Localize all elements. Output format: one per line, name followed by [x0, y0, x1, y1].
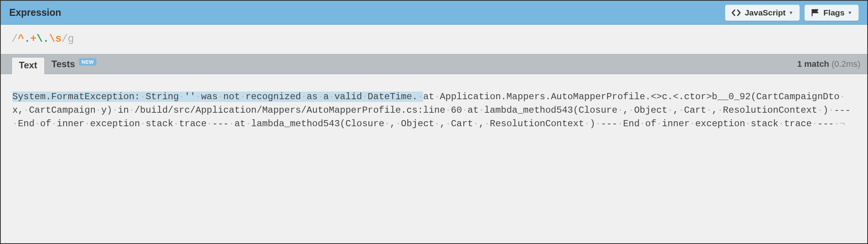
flags-label: Flags: [823, 8, 844, 17]
end-of-line-marker: ¬: [839, 119, 845, 129]
text-word: ,: [623, 105, 628, 115]
text-word: ,: [712, 105, 717, 115]
text-word: was: [201, 92, 218, 102]
whitespace-marker: ·: [417, 92, 423, 102]
whitespace-marker: ·: [84, 119, 90, 129]
whitespace-marker: ·: [246, 119, 251, 129]
whitespace-marker: ·: [179, 92, 184, 102]
whitespace-marker: ·: [690, 119, 695, 129]
whitespace-marker: ·: [24, 105, 29, 115]
match-count: 1 match: [797, 59, 829, 69]
app-frame: Expression JavaScript ▼ Flags ▼ /^.+\.\s…: [0, 0, 868, 244]
text-word: ): [823, 105, 828, 115]
text-word: not: [223, 92, 240, 102]
regex-anchor: ^: [18, 33, 24, 45]
tabs-bar: Text Tests NEW 1 match (0.2ms): [1, 54, 867, 74]
text-word: exception: [90, 119, 140, 129]
whitespace-marker: ·: [218, 92, 223, 102]
text-word: ,: [673, 105, 678, 115]
whitespace-marker: ·: [329, 92, 334, 102]
whitespace-marker: ·: [828, 105, 834, 115]
text-word: ---: [601, 119, 617, 129]
text-word: exception: [695, 119, 745, 129]
whitespace-marker: ·: [595, 119, 601, 129]
whitespace-marker: ·: [301, 92, 306, 102]
whitespace-marker: ·: [473, 119, 479, 129]
whitespace-marker: ·: [717, 105, 723, 115]
whitespace-marker: ·: [617, 119, 623, 129]
flags-button[interactable]: Flags ▼: [804, 5, 859, 21]
whitespace-marker: ·: [434, 92, 440, 102]
whitespace-marker: ·: [362, 92, 367, 102]
regex-plus: +: [30, 33, 37, 45]
text-word: recognized: [246, 92, 301, 102]
text-word: lambda_method543(Closure: [251, 119, 384, 129]
header-buttons: JavaScript ▼ Flags ▼: [725, 5, 859, 21]
tab-tests-label: Tests: [52, 59, 75, 69]
text-word: End: [623, 119, 639, 129]
whitespace-marker: ·: [318, 92, 323, 102]
whitespace-marker: ·: [462, 105, 468, 115]
new-badge: NEW: [79, 58, 97, 66]
whitespace-marker: ·: [706, 105, 712, 115]
text-word: trace: [784, 119, 812, 129]
text-word: ---: [834, 105, 851, 115]
whitespace-marker: ·: [51, 119, 57, 129]
chevron-down-icon: ▼: [848, 10, 852, 15]
text-word: in: [118, 105, 129, 115]
whitespace-marker: ·: [668, 105, 673, 115]
header-title: Expression: [9, 7, 61, 18]
text-word: String: [146, 92, 179, 102]
expression-input[interactable]: /^.+\.\s/g: [1, 25, 867, 54]
whitespace-marker: ·: [240, 92, 246, 102]
text-word: ,: [390, 119, 395, 129]
whitespace-marker: ·: [817, 105, 823, 115]
tabs-left: Text Tests NEW: [12, 54, 103, 74]
regex-open-delimiter: /: [12, 33, 18, 45]
regex-escape-backslash: \: [37, 33, 43, 45]
text-word: a: [323, 92, 329, 102]
whitespace-marker: ·: [812, 119, 817, 129]
match-info: 1 match (0.2ms): [797, 59, 860, 69]
text-word: stack: [146, 119, 173, 129]
whitespace-marker: ·: [12, 119, 18, 129]
tab-text[interactable]: Text: [12, 57, 45, 74]
whitespace-marker: ·: [640, 119, 645, 129]
text-word: inner: [662, 119, 690, 129]
whitespace-marker: ·: [678, 105, 684, 115]
text-word: valid: [334, 92, 362, 102]
text-word: ): [590, 119, 595, 129]
text-word: Cart: [451, 119, 473, 129]
regex-any-char: .: [24, 33, 30, 45]
text-word: of: [645, 119, 656, 129]
text-word: inner: [57, 119, 84, 129]
javascript-flavor-button[interactable]: JavaScript ▼: [725, 5, 800, 21]
whitespace-marker: ·: [207, 119, 212, 129]
text-word: ,: [440, 119, 445, 129]
text-word: ---: [212, 119, 229, 129]
text-word: ResolutionContext: [490, 119, 584, 129]
text-word: '': [185, 92, 196, 102]
whitespace-marker: ·: [479, 105, 484, 115]
whitespace-marker: ·: [35, 119, 40, 129]
text-word: DateTime.: [368, 92, 418, 102]
whitespace-marker: ·: [112, 105, 118, 115]
text-word: ResolutionContext: [723, 105, 818, 115]
text-word: Object: [634, 105, 667, 115]
whitespace-marker: ·: [834, 119, 839, 129]
whitespace-marker: ·: [839, 92, 845, 102]
flag-icon: [811, 9, 819, 17]
text-input-panel[interactable]: System.FormatException:·String·''·was·no…: [1, 74, 867, 243]
whitespace-marker: ·: [195, 92, 201, 102]
text-word: Application.Mappers.AutoMapperProfile.<>…: [440, 92, 839, 102]
tab-text-label: Text: [19, 60, 37, 71]
whitespace-marker: ·: [779, 119, 784, 129]
text-word: lambda_method543(Closure: [484, 105, 617, 115]
whitespace-marker: ·: [229, 119, 234, 129]
chevron-down-icon: ▼: [789, 10, 793, 15]
tab-tests[interactable]: Tests NEW: [45, 56, 104, 73]
text-word: at: [423, 92, 434, 102]
text-word: /build/src/Application/Mappers/AutoMappe…: [135, 105, 446, 115]
text-word: Object: [401, 119, 434, 129]
whitespace-marker: ·: [173, 119, 179, 129]
